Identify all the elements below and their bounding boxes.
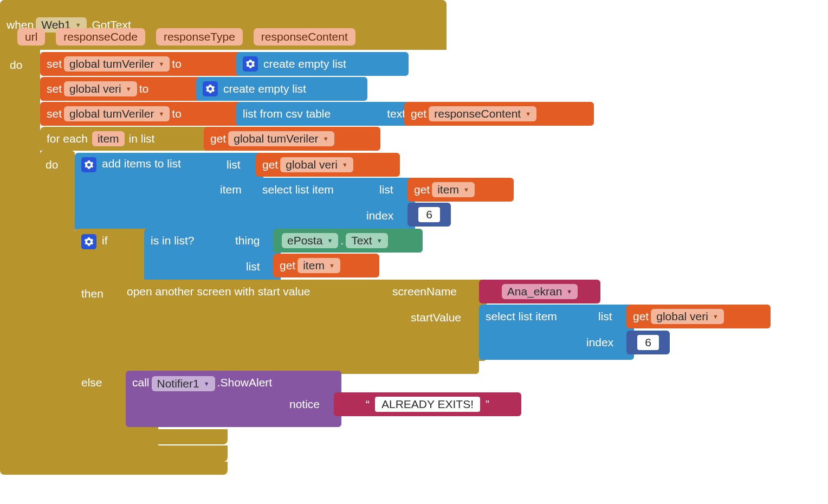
isin-thing-label: thing	[235, 234, 260, 247]
notice-label: notice	[289, 398, 320, 411]
screen-dropdown[interactable]: Ana_ekran▼	[502, 284, 578, 299]
gear-icon[interactable]	[243, 56, 258, 72]
chevron-down-icon: ▼	[323, 135, 329, 142]
screen-name-value[interactable]: Ana_ekran▼	[479, 280, 600, 303]
arg-item-label: item	[220, 183, 242, 196]
set-var-block-1[interactable]: set global tumVeriler▼ to	[40, 52, 244, 76]
param-responseCode[interactable]: responseCode	[56, 28, 145, 46]
blocks-canvas: { "event":{ "when":"when", "component":"…	[0, 0, 828, 504]
chevron-down-icon: ▼	[158, 61, 164, 67]
create-empty-list-2[interactable]: create empty list	[196, 77, 367, 101]
chevron-down-icon: ▼	[204, 380, 210, 387]
number-value[interactable]: 6	[637, 335, 659, 350]
create-empty-list-1[interactable]: create empty list	[236, 52, 409, 76]
component-dropdown[interactable]: ePosta▼	[282, 233, 338, 248]
chevron-down-icon: ▼	[75, 22, 81, 28]
if-header[interactable]: if	[75, 229, 152, 284]
event-bottom	[0, 462, 228, 475]
chevron-down-icon: ▼	[566, 288, 572, 295]
var-dropdown[interactable]: global tumVeriler▼	[64, 106, 170, 121]
text-string-block[interactable]: “ ALREADY EXITS! ”	[334, 392, 521, 416]
chevron-down-icon: ▼	[329, 262, 335, 269]
sli2-list-label: list	[598, 310, 612, 323]
number-block-1[interactable]: 6	[407, 203, 451, 227]
var-dropdown[interactable]: global veri▼	[651, 309, 724, 324]
item-name[interactable]: item	[92, 131, 125, 146]
close-quote: ”	[486, 398, 489, 411]
number-block-2[interactable]: 6	[626, 331, 670, 354]
foreach-left-rail	[40, 151, 75, 450]
arg-list-label: list	[227, 158, 241, 171]
gear-icon[interactable]	[81, 234, 96, 249]
sli-list-label: list	[379, 183, 393, 196]
var-dropdown[interactable]: global veri▼	[280, 157, 353, 172]
chevron-down-icon: ▼	[327, 237, 333, 244]
set-var-block-2[interactable]: set global veri▼ to	[40, 77, 204, 101]
var-dropdown[interactable]: global tumVeriler▼	[64, 56, 170, 72]
screenName-label: screenName	[392, 285, 457, 298]
number-value[interactable]: 6	[418, 207, 440, 222]
sli-index-label: index	[366, 209, 393, 222]
get-veri[interactable]: get global veri▼	[256, 153, 400, 177]
then-label: then	[81, 287, 104, 300]
get-item-1[interactable]: get item▼	[407, 178, 514, 202]
do-label: do	[10, 59, 22, 72]
foreach-header[interactable]: for each item in list	[40, 127, 211, 151]
startValue-label: startValue	[411, 311, 461, 324]
var-dropdown[interactable]: item▼	[432, 182, 475, 197]
foreach-do-label: do	[46, 158, 58, 171]
param-responseType[interactable]: responseType	[156, 28, 243, 46]
chevron-down-icon: ▼	[342, 161, 348, 168]
var-dropdown[interactable]: global veri▼	[64, 81, 137, 96]
component-property[interactable]: ePosta▼ . Text▼	[273, 229, 423, 253]
chevron-down-icon: ▼	[713, 313, 719, 320]
if-bottom	[75, 429, 228, 444]
sli2-index-label: index	[586, 336, 613, 349]
gear-icon[interactable]	[81, 157, 96, 172]
chevron-down-icon: ▼	[463, 186, 469, 193]
list-from-csv-block[interactable]: list from csv table text	[236, 102, 412, 126]
chevron-down-icon: ▼	[158, 111, 164, 117]
isin-list-label: list	[246, 260, 260, 273]
is-in-list-block[interactable]: is in list?	[144, 229, 281, 284]
var-dropdown[interactable]: item▼	[297, 258, 340, 273]
param-url[interactable]: url	[17, 28, 45, 46]
get-item-2[interactable]: get item▼	[273, 254, 379, 277]
set-var-block-3[interactable]: set global tumVeriler▼ to	[40, 102, 244, 126]
component-dropdown[interactable]: Notifier1▼	[152, 376, 215, 391]
param-responseContent[interactable]: responseContent	[254, 28, 355, 46]
var-dropdown[interactable]: responseContent▼	[429, 106, 536, 121]
event-left-rail	[0, 50, 40, 466]
chevron-down-icon: ▼	[126, 86, 132, 92]
open-quote: “	[366, 398, 370, 411]
gear-icon[interactable]	[203, 81, 218, 96]
event-params-row: url responseCode responseType responseCo…	[17, 28, 355, 46]
get-tumVeriler[interactable]: get global tumVeriler▼	[204, 127, 380, 151]
get-veri-2[interactable]: get global veri▼	[626, 305, 771, 328]
chevron-down-icon: ▼	[525, 111, 531, 117]
get-responseContent[interactable]: get responseContent▼	[404, 102, 594, 126]
string-value[interactable]: ALREADY EXITS!	[375, 397, 480, 412]
var-dropdown[interactable]: global tumVeriler▼	[228, 131, 334, 146]
else-label: else	[81, 376, 102, 389]
property-dropdown[interactable]: Text▼	[346, 233, 387, 248]
chevron-down-icon: ▼	[377, 237, 383, 244]
